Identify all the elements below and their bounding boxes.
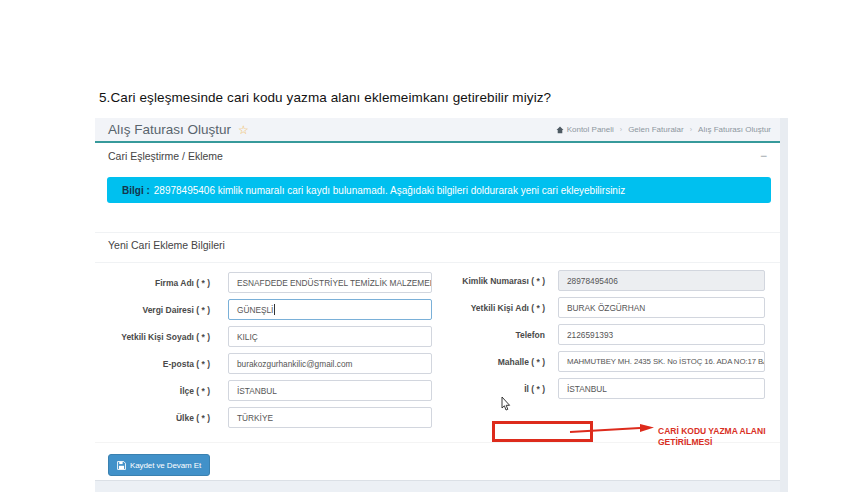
form-field-label: Kimlik Numarası ( * ): [415, 276, 545, 286]
form-field-label: İlçe ( * ): [95, 386, 210, 396]
form-field-input[interactable]: İSTANBUL: [558, 378, 765, 399]
annotation-arrow: [568, 423, 656, 437]
form-field-input[interactable]: ESNAFDEDE ENDÜSTRİYEL TEMİZLİK MALZEMELE…: [228, 272, 432, 293]
form-row: Mahalle ( * ) MAHMUTBEY MH. 2435 SK. No …: [415, 351, 765, 372]
form-field-input[interactable]: MAHMUTBEY MH. 2435 SK. No İSTOÇ 16. ADA …: [558, 351, 765, 372]
scrollbar-track[interactable]: [780, 118, 788, 492]
form-field-label: Ülke ( * ): [95, 413, 210, 423]
divider: [95, 262, 780, 263]
form-field-input[interactable]: BURAK ÖZGÜRHAN: [558, 297, 765, 318]
form-row: Vergi Dairesi ( * ) GÜNEŞLİ: [95, 299, 432, 320]
breadcrumb-separator: ›: [690, 126, 692, 133]
alert-prefix: Bilgi :: [122, 185, 150, 196]
panel-title: Cari Eşleştirme / Ekleme: [108, 150, 223, 162]
form-field-label: İl ( * ): [415, 384, 545, 394]
annotation-text: CARİ KODU YAZMA ALANI GETİRİLMESİ: [658, 426, 766, 448]
save-button[interactable]: Kaydet ve Devam Et: [108, 454, 210, 476]
form-field-input: 28978495406: [558, 270, 765, 291]
save-button-label: Kaydet ve Devam Et: [130, 461, 201, 470]
form-row: E-posta ( * ) burakozgurhankilic@gmail.c…: [95, 353, 432, 374]
form-field-label: Mahalle ( * ): [415, 357, 545, 367]
form-row: Firma Adı ( * ) ESNAFDEDE ENDÜSTRİYEL TE…: [95, 272, 432, 293]
form-field-label: Firma Adı ( * ): [95, 278, 210, 288]
form-row: İlçe ( * ) İSTANBUL: [95, 380, 432, 401]
breadcrumb-separator: ›: [620, 126, 622, 133]
floppy-disk-icon: [117, 461, 126, 470]
form-column-left: Firma Adı ( * ) ESNAFDEDE ENDÜSTRİYEL TE…: [95, 272, 432, 434]
form-field-input[interactable]: TÜRKİYE: [228, 407, 432, 428]
form-row: Kimlik Numarası ( * ) 28978495406: [415, 270, 765, 291]
form-row: Ülke ( * ) TÜRKİYE: [95, 407, 432, 428]
alert-message: 28978495406 kimlik numaralı cari kaydı b…: [154, 185, 625, 196]
form-field-label: Vergi Dairesi ( * ): [95, 305, 210, 315]
home-icon: [556, 126, 564, 134]
form-field-input[interactable]: GÜNEŞLİ: [228, 299, 432, 320]
form-field-label: E-posta ( * ): [95, 359, 210, 369]
form-field-input[interactable]: KILIÇ: [228, 326, 432, 347]
info-alert: Bilgi : 28978495406 kimlik numaralı cari…: [107, 177, 771, 203]
form-field-label: Yetkili Kişi Soyadı ( * ): [95, 332, 210, 342]
form-field-label: Yetkili Kişi Adı ( * ): [415, 303, 545, 313]
breadcrumb: Kontol Paneli › Gelen Faturalar › Alış F…: [556, 125, 771, 134]
form-field-input[interactable]: İSTANBUL: [228, 380, 432, 401]
form-row: Telefon 2126591393: [415, 324, 765, 345]
content-header: Alış Faturası Oluştur ☆ Kontol Paneli › …: [95, 118, 780, 141]
form-column-right: Kimlik Numarası ( * ) 28978495406 Yetkil…: [415, 270, 765, 405]
app-screenshot: Alış Faturası Oluştur ☆ Kontol Paneli › …: [95, 118, 780, 492]
form-row: Yetkili Kişi Adı ( * ) BURAK ÖZGÜRHAN: [415, 297, 765, 318]
section-title: Yeni Cari Ekleme Bilgileri: [108, 239, 225, 251]
breadcrumb-item[interactable]: Gelen Faturalar: [628, 125, 684, 134]
breadcrumb-item[interactable]: Alış Faturası Oluştur: [698, 125, 771, 134]
page-title: Alış Faturası Oluştur: [108, 122, 231, 137]
breadcrumb-item[interactable]: Kontol Paneli: [556, 125, 614, 134]
mouse-cursor-icon: [501, 397, 511, 411]
panel-header: Cari Eşleştirme / Ekleme −: [95, 143, 780, 169]
form-row: Yetkili Kişi Soyadı ( * ) KILIÇ: [95, 326, 432, 347]
question-text: 5.Cari eşleşmesinde cari kodu yazma alan…: [99, 90, 551, 105]
text-caret: [274, 304, 275, 315]
favorite-star-icon[interactable]: ☆: [238, 124, 249, 136]
divider: [95, 232, 780, 233]
form-row: İl ( * ) İSTANBUL: [415, 378, 765, 399]
form-field-input[interactable]: 2126591393: [558, 324, 765, 345]
form-field-label: Telefon: [415, 330, 545, 340]
collapse-icon[interactable]: −: [760, 150, 767, 162]
form-field-input[interactable]: burakozgurhankilic@gmail.com: [228, 353, 432, 374]
